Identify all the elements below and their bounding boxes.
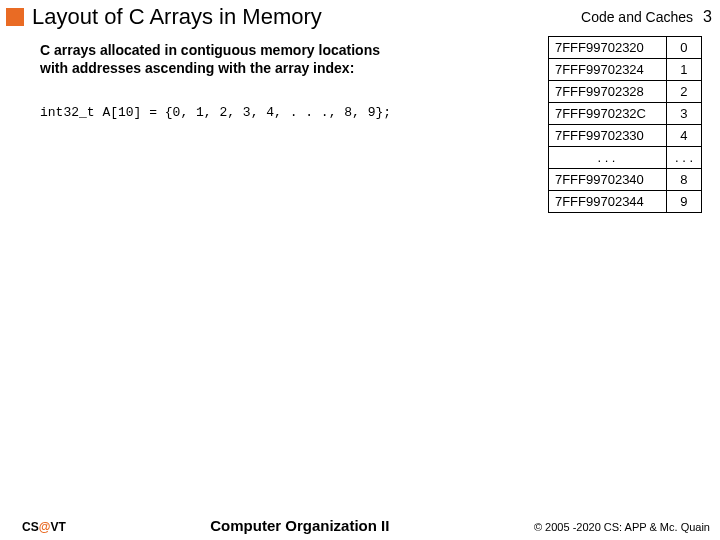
addr-cell: 7FFF99702324 [548,59,666,81]
topic-label: Code and Caches [581,9,693,25]
table-row: 7FFF99702328 2 [548,81,701,103]
table-row: 7FFF99702340 8 [548,169,701,191]
val-cell: 4 [666,125,701,147]
addr-cell: 7FFF99702344 [548,191,666,213]
at-icon: @ [39,520,51,534]
table-row: 7FFF99702330 4 [548,125,701,147]
addr-cell: 7FFF99702320 [548,37,666,59]
table-row: 7FFF99702344 9 [548,191,701,213]
val-cell: 1 [666,59,701,81]
addr-cell: 7FFF99702340 [548,169,666,191]
accent-square-icon [6,8,24,26]
addr-cell: 7FFF99702330 [548,125,666,147]
org-pre: CS [22,520,39,534]
lead-paragraph: C arrays allocated in contiguous memory … [40,42,380,77]
slide-body: C arrays allocated in contiguous memory … [0,32,720,120]
slide-footer: CS@VT Computer Organization II © 2005 -2… [0,517,720,534]
val-cell: 8 [666,169,701,191]
val-cell: 3 [666,103,701,125]
copyright: © 2005 -2020 CS: APP & Mc. Quain [534,521,710,533]
org-post: VT [50,520,65,534]
val-cell: 2 [666,81,701,103]
table-row: 7FFF99702320 0 [548,37,701,59]
slide-title: Layout of C Arrays in Memory [32,4,581,30]
table-row: 7FFF9970232C 3 [548,103,701,125]
footer-center: Computer Organization II [66,517,534,534]
val-cell: 0 [666,37,701,59]
addr-cell: . . . [548,147,666,169]
val-cell: . . . [666,147,701,169]
addr-cell: 7FFF99702328 [548,81,666,103]
org-label: CS@VT [22,520,66,534]
table-row: 7FFF99702324 1 [548,59,701,81]
val-cell: 9 [666,191,701,213]
header-meta: Code and Caches 3 [581,8,712,26]
page-number: 3 [703,8,712,26]
slide-header: Layout of C Arrays in Memory Code and Ca… [0,0,720,32]
table-row: . . . . . . [548,147,701,169]
addr-cell: 7FFF9970232C [548,103,666,125]
memory-table: 7FFF99702320 0 7FFF99702324 1 7FFF997023… [548,36,702,213]
